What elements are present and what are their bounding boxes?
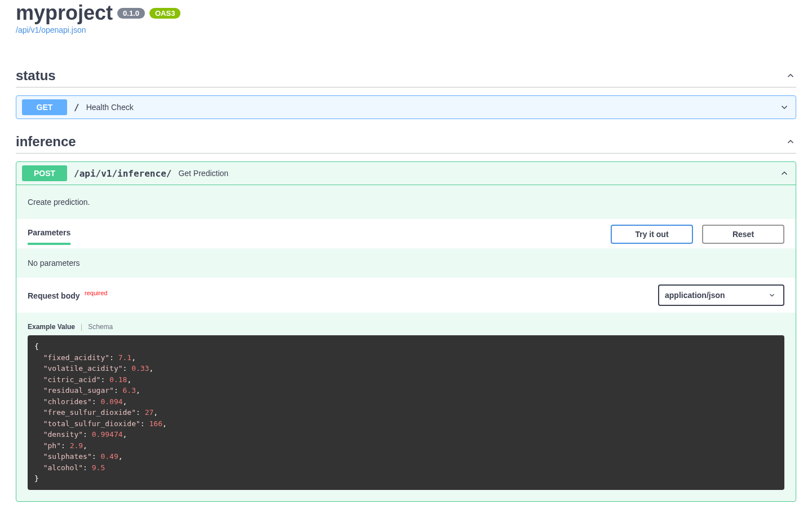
required-badge: required: [82, 290, 107, 296]
operation-body: Create prediction. Parameters Try it out…: [16, 185, 796, 490]
request-body-label: Request body: [28, 291, 80, 300]
operation-path: /api/v1/inference/: [74, 168, 171, 179]
tag-title: status: [16, 68, 56, 84]
info-header: myproject 0.1.0 OAS3 /api/v1/openapi.jso…: [16, 0, 796, 35]
operation-description: Health Check: [86, 103, 134, 112]
tag-section-status: status GET / Health Check: [16, 68, 796, 119]
chevron-down-icon: [779, 102, 790, 113]
reset-button[interactable]: Reset: [702, 225, 784, 244]
content-type-value: application/json: [665, 291, 725, 300]
spec-link[interactable]: /api/v1/openapi.json: [16, 25, 86, 34]
try-it-out-button[interactable]: Try it out: [611, 225, 693, 244]
tag-header-inference[interactable]: inference: [16, 134, 796, 154]
tag-title: inference: [16, 134, 76, 150]
example-value-tab[interactable]: Example Value: [28, 323, 75, 331]
operation-long-description: Create prediction.: [16, 185, 796, 219]
tag-header-status[interactable]: status: [16, 68, 796, 87]
chevron-up-icon: [785, 70, 796, 81]
operation-path: /: [74, 102, 80, 113]
operation-summary[interactable]: POST /api/v1/inference/ Get Prediction: [16, 162, 796, 185]
no-parameters-text: No parameters: [16, 248, 796, 278]
chevron-down-icon: [766, 290, 778, 301]
version-badge: 0.1.0: [117, 8, 145, 19]
content-type-select[interactable]: application/json: [658, 284, 784, 306]
parameters-tab[interactable]: Parameters: [28, 228, 70, 245]
operation-get-health: GET / Health Check: [16, 95, 796, 119]
example-json-block[interactable]: { "fixed_acidity": 7.1, "volatile_acidit…: [28, 335, 784, 490]
operation-post-inference: POST /api/v1/inference/ Get Prediction C…: [16, 161, 796, 502]
parameters-header: Parameters Try it out Reset: [16, 219, 796, 248]
request-body-header: Request body required application/json: [16, 278, 796, 313]
chevron-up-icon: [785, 136, 796, 147]
chevron-up-icon: [779, 168, 790, 179]
tag-section-inference: inference POST /api/v1/inference/ Get Pr…: [16, 134, 796, 502]
api-title: myproject: [16, 1, 113, 25]
operation-description: Get Prediction: [178, 169, 228, 178]
http-method-badge: POST: [22, 165, 67, 181]
model-tabs: Example Value | Schema: [16, 313, 796, 335]
http-method-badge: GET: [22, 99, 67, 115]
oas-badge: OAS3: [149, 8, 180, 19]
schema-tab[interactable]: Schema: [88, 323, 113, 331]
operation-summary[interactable]: GET / Health Check: [16, 96, 796, 119]
